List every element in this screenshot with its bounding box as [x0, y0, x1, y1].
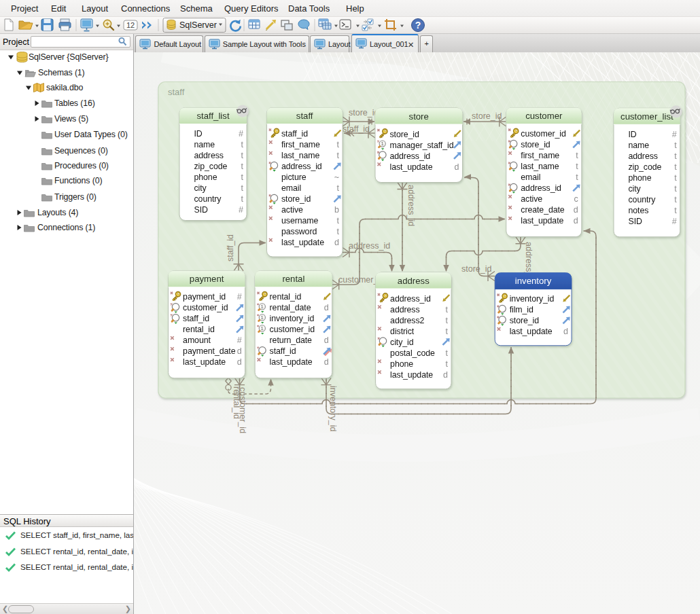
svg-text:store_id: store_id	[461, 264, 492, 274]
svg-text:city_id: city_id	[390, 338, 414, 347]
svg-text:t: t	[337, 227, 340, 236]
svg-text:address: address	[398, 276, 430, 286]
svg-text:t: t	[337, 151, 340, 160]
svg-text:t: t	[446, 348, 449, 358]
svg-text:zip_code: zip_code	[194, 162, 228, 171]
svg-text:rental_id: rental_id	[183, 325, 215, 334]
svg-text:phone: phone	[390, 359, 413, 369]
svg-text:address_id: address_id	[390, 294, 431, 304]
svg-text:country: country	[629, 195, 657, 204]
svg-text:first_name: first_name	[521, 151, 559, 160]
svg-text:address_id: address_id	[349, 241, 390, 251]
svg-text:#: #	[237, 292, 242, 302]
svg-text:name: name	[629, 141, 650, 150]
svg-text:rental: rental	[282, 274, 304, 284]
svg-text:last_update: last_update	[390, 370, 433, 380]
svg-text:last_update: last_update	[521, 216, 563, 225]
svg-text:#: #	[237, 336, 242, 345]
svg-text:address_id: address_id	[281, 162, 322, 171]
svg-text:address_id: address_id	[390, 151, 431, 161]
svg-text:#: #	[239, 129, 243, 139]
svg-text:d: d	[455, 162, 459, 172]
svg-text:inventory_id: inventory_id	[510, 294, 555, 304]
svg-text:rental_date: rental_date	[270, 303, 311, 312]
svg-text:customer: customer	[525, 111, 563, 121]
svg-text:email: email	[281, 183, 301, 193]
svg-text:customer_id: customer_id	[183, 303, 228, 312]
svg-text:last_update: last_update	[390, 162, 433, 172]
svg-text:last_name: last_name	[281, 151, 319, 160]
svg-text:d: d	[563, 327, 568, 336]
svg-text:last_update: last_update	[281, 238, 324, 247]
svg-text:payment_date: payment_date	[183, 346, 236, 356]
svg-text:name: name	[194, 140, 215, 149]
svg-text:t: t	[674, 173, 677, 183]
svg-text:t: t	[241, 194, 244, 204]
svg-text:staff_id: staff_id	[270, 346, 296, 356]
svg-text:t: t	[674, 195, 677, 204]
svg-text:last_update: last_update	[510, 327, 553, 336]
svg-text:email: email	[521, 173, 540, 182]
svg-text:username: username	[281, 216, 319, 225]
svg-text:d: d	[237, 357, 242, 367]
svg-text:t: t	[446, 359, 449, 369]
svg-text:address_id: address_id	[521, 183, 561, 193]
svg-text:d: d	[334, 238, 339, 247]
svg-text:first_name: first_name	[281, 140, 320, 149]
svg-text:d: d	[237, 346, 242, 356]
svg-text:?: ?	[415, 20, 421, 31]
svg-text:district: district	[390, 327, 415, 336]
svg-text:inventory_id: inventory_id	[328, 386, 338, 431]
svg-text:t: t	[337, 183, 340, 193]
svg-text:address: address	[629, 151, 658, 161]
svg-text:address: address	[194, 151, 224, 160]
svg-text:country: country	[194, 194, 222, 204]
svg-text:inventory_id: inventory_id	[270, 314, 315, 323]
svg-text:staff_id: staff_id	[226, 234, 235, 261]
svg-text:last_update: last_update	[270, 357, 313, 367]
svg-text:rental_id: rental_id	[270, 292, 302, 302]
svg-text:t: t	[446, 316, 449, 325]
svg-text:store_id: store_id	[510, 316, 539, 325]
svg-text:customer_: customer_	[338, 275, 379, 285]
svg-text:t: t	[576, 173, 578, 182]
svg-text:customer_id: customer_id	[270, 325, 315, 334]
svg-text:phone: phone	[194, 173, 217, 182]
svg-text:#: #	[672, 130, 677, 139]
svg-text:t: t	[674, 206, 677, 215]
svg-text:~: ~	[334, 173, 339, 182]
svg-text:staff_id: staff_id	[281, 129, 308, 139]
svg-text:payment_id: payment_id	[183, 292, 226, 302]
svg-text:picture: picture	[281, 173, 307, 182]
svg-text:staff: staff	[168, 87, 185, 97]
svg-text:b: b	[334, 205, 339, 215]
svg-text:customer_id: customer_id	[521, 129, 566, 139]
svg-text:store_id: store_id	[521, 140, 550, 149]
svg-text:t: t	[674, 184, 677, 194]
svg-text:staff_list: staff_list	[196, 111, 229, 121]
svg-text:t: t	[674, 141, 677, 150]
svg-text:t: t	[576, 162, 578, 171]
svg-text:city: city	[629, 184, 642, 194]
svg-text:t: t	[674, 162, 677, 172]
svg-text:amount: amount	[183, 336, 211, 345]
svg-text:active: active	[281, 205, 303, 215]
svg-text:c: c	[574, 194, 578, 204]
svg-text:last_update: last_update	[183, 357, 226, 367]
svg-text:last_name: last_name	[521, 162, 559, 171]
svg-text:t: t	[446, 327, 449, 336]
svg-text:SqlServer: SqlServer	[179, 20, 217, 30]
svg-text:active: active	[521, 194, 542, 204]
svg-text:d: d	[324, 357, 329, 367]
svg-text:t: t	[241, 173, 244, 182]
svg-text:t: t	[241, 183, 244, 193]
svg-text:notes: notes	[629, 206, 649, 215]
svg-text:d: d	[574, 205, 578, 215]
svg-text:t: t	[241, 140, 244, 149]
svg-text:SID: SID	[194, 205, 209, 215]
svg-text:rental_id: rental_id	[232, 386, 241, 419]
svg-text:return_date: return_date	[270, 336, 312, 345]
svg-text:#: #	[672, 217, 677, 226]
svg-text:postal_code: postal_code	[390, 348, 435, 358]
svg-text:store_id: store_id	[390, 130, 419, 139]
